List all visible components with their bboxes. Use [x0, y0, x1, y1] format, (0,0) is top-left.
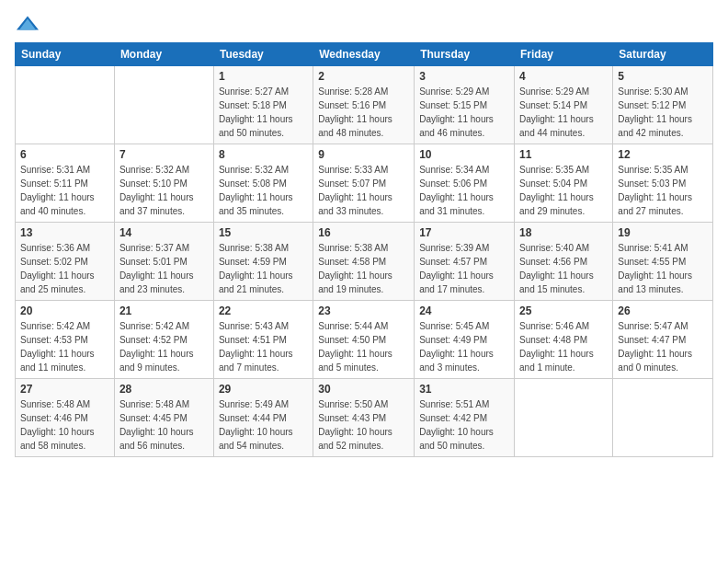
day-number: 20: [20, 304, 109, 317]
day-number: 2: [318, 70, 409, 83]
day-number: 5: [618, 70, 708, 83]
day-number: 28: [119, 383, 209, 396]
day-number: 4: [519, 70, 608, 83]
calendar-cell: 26Sunrise: 5:47 AM Sunset: 4:47 PM Dayli…: [613, 301, 713, 379]
calendar-cell: [515, 379, 613, 457]
day-details: Sunrise: 5:38 AM Sunset: 4:59 PM Dayligh…: [219, 241, 308, 296]
day-details: Sunrise: 5:36 AM Sunset: 5:02 PM Dayligh…: [20, 241, 109, 296]
calendar-cell: 21Sunrise: 5:42 AM Sunset: 4:52 PM Dayli…: [114, 301, 213, 379]
calendar-cell: 30Sunrise: 5:50 AM Sunset: 4:43 PM Dayli…: [313, 379, 415, 457]
day-details: Sunrise: 5:39 AM Sunset: 4:57 PM Dayligh…: [419, 241, 509, 296]
day-details: Sunrise: 5:41 AM Sunset: 4:55 PM Dayligh…: [618, 241, 708, 296]
calendar-week-3: 13Sunrise: 5:36 AM Sunset: 5:02 PM Dayli…: [16, 223, 713, 301]
calendar-cell: 25Sunrise: 5:46 AM Sunset: 4:48 PM Dayli…: [515, 301, 613, 379]
calendar-week-5: 27Sunrise: 5:48 AM Sunset: 4:46 PM Dayli…: [16, 379, 713, 457]
day-details: Sunrise: 5:31 AM Sunset: 5:11 PM Dayligh…: [20, 163, 109, 218]
calendar-cell: 22Sunrise: 5:43 AM Sunset: 4:51 PM Dayli…: [213, 301, 313, 379]
day-number: 6: [20, 148, 109, 161]
day-number: 24: [419, 304, 509, 317]
day-details: Sunrise: 5:33 AM Sunset: 5:07 PM Dayligh…: [318, 163, 409, 218]
calendar-cell: 9Sunrise: 5:33 AM Sunset: 5:07 PM Daylig…: [313, 144, 415, 223]
calendar-cell: 28Sunrise: 5:48 AM Sunset: 4:45 PM Dayli…: [114, 379, 213, 457]
day-details: Sunrise: 5:37 AM Sunset: 5:01 PM Dayligh…: [119, 241, 209, 296]
day-details: Sunrise: 5:34 AM Sunset: 5:06 PM Dayligh…: [419, 163, 509, 218]
calendar-cell: 2Sunrise: 5:28 AM Sunset: 5:16 PM Daylig…: [313, 66, 415, 144]
calendar-cell: 8Sunrise: 5:32 AM Sunset: 5:08 PM Daylig…: [213, 144, 313, 223]
day-number: 15: [219, 226, 308, 239]
day-number: 14: [119, 226, 209, 239]
day-details: Sunrise: 5:32 AM Sunset: 5:10 PM Dayligh…: [119, 163, 209, 218]
calendar-cell: 7Sunrise: 5:32 AM Sunset: 5:10 PM Daylig…: [114, 144, 213, 223]
day-number: 13: [20, 226, 109, 239]
day-details: Sunrise: 5:27 AM Sunset: 5:18 PM Dayligh…: [219, 85, 308, 140]
day-details: Sunrise: 5:38 AM Sunset: 4:58 PM Dayligh…: [318, 241, 409, 296]
calendar-cell: 5Sunrise: 5:30 AM Sunset: 5:12 PM Daylig…: [613, 66, 713, 144]
weekday-monday: Monday: [114, 43, 213, 66]
logo-icon: [15, 15, 40, 31]
weekday-header-row: SundayMondayTuesdayWednesdayThursdayFrid…: [16, 43, 713, 66]
day-number: 19: [618, 226, 708, 239]
day-number: 22: [219, 304, 308, 317]
day-details: Sunrise: 5:32 AM Sunset: 5:08 PM Dayligh…: [219, 163, 308, 218]
day-number: 12: [618, 148, 708, 161]
calendar-cell: 29Sunrise: 5:49 AM Sunset: 4:44 PM Dayli…: [213, 379, 313, 457]
day-number: 9: [318, 148, 409, 161]
calendar-cell: 14Sunrise: 5:37 AM Sunset: 5:01 PM Dayli…: [114, 223, 213, 301]
day-number: 1: [219, 70, 308, 83]
calendar-cell: 19Sunrise: 5:41 AM Sunset: 4:55 PM Dayli…: [613, 223, 713, 301]
calendar-cell: 16Sunrise: 5:38 AM Sunset: 4:58 PM Dayli…: [313, 223, 415, 301]
day-number: 23: [318, 304, 409, 317]
day-number: 18: [519, 226, 608, 239]
calendar-week-1: 1Sunrise: 5:27 AM Sunset: 5:18 PM Daylig…: [16, 66, 713, 144]
day-number: 7: [119, 148, 209, 161]
calendar-cell: 6Sunrise: 5:31 AM Sunset: 5:11 PM Daylig…: [16, 144, 115, 223]
day-details: Sunrise: 5:42 AM Sunset: 4:53 PM Dayligh…: [20, 319, 109, 374]
day-number: 11: [519, 148, 608, 161]
calendar-cell: 15Sunrise: 5:38 AM Sunset: 4:59 PM Dayli…: [213, 223, 313, 301]
day-number: 21: [119, 304, 209, 317]
day-number: 26: [618, 304, 708, 317]
day-details: Sunrise: 5:35 AM Sunset: 5:03 PM Dayligh…: [618, 163, 708, 218]
day-number: 29: [219, 383, 308, 396]
day-number: 27: [20, 383, 109, 396]
weekday-sunday: Sunday: [16, 43, 115, 66]
calendar-table: SundayMondayTuesdayWednesdayThursdayFrid…: [15, 42, 713, 457]
calendar-cell: 18Sunrise: 5:40 AM Sunset: 4:56 PM Dayli…: [515, 223, 613, 301]
weekday-friday: Friday: [515, 43, 613, 66]
day-number: 16: [318, 226, 409, 239]
calendar-cell: 24Sunrise: 5:45 AM Sunset: 4:49 PM Dayli…: [415, 301, 515, 379]
day-details: Sunrise: 5:45 AM Sunset: 4:49 PM Dayligh…: [419, 319, 509, 374]
calendar-cell: 10Sunrise: 5:34 AM Sunset: 5:06 PM Dayli…: [415, 144, 515, 223]
logo: [15, 15, 42, 31]
calendar-cell: 4Sunrise: 5:29 AM Sunset: 5:14 PM Daylig…: [515, 66, 613, 144]
calendar-cell: 13Sunrise: 5:36 AM Sunset: 5:02 PM Dayli…: [16, 223, 115, 301]
day-number: 3: [419, 70, 509, 83]
day-details: Sunrise: 5:30 AM Sunset: 5:12 PM Dayligh…: [618, 85, 708, 140]
day-details: Sunrise: 5:51 AM Sunset: 4:42 PM Dayligh…: [419, 397, 509, 453]
calendar-cell: 23Sunrise: 5:44 AM Sunset: 4:50 PM Dayli…: [313, 301, 415, 379]
day-details: Sunrise: 5:48 AM Sunset: 4:45 PM Dayligh…: [119, 397, 209, 453]
day-number: 31: [419, 383, 509, 396]
day-number: 17: [419, 226, 509, 239]
weekday-wednesday: Wednesday: [313, 43, 415, 66]
weekday-thursday: Thursday: [415, 43, 515, 66]
calendar-cell: 20Sunrise: 5:42 AM Sunset: 4:53 PM Dayli…: [16, 301, 115, 379]
day-details: Sunrise: 5:29 AM Sunset: 5:15 PM Dayligh…: [419, 85, 509, 140]
day-details: Sunrise: 5:35 AM Sunset: 5:04 PM Dayligh…: [519, 163, 608, 218]
day-details: Sunrise: 5:50 AM Sunset: 4:43 PM Dayligh…: [318, 397, 409, 453]
day-details: Sunrise: 5:28 AM Sunset: 5:16 PM Dayligh…: [318, 85, 409, 140]
day-details: Sunrise: 5:44 AM Sunset: 4:50 PM Dayligh…: [318, 319, 409, 374]
calendar-cell: 17Sunrise: 5:39 AM Sunset: 4:57 PM Dayli…: [415, 223, 515, 301]
calendar-cell: 12Sunrise: 5:35 AM Sunset: 5:03 PM Dayli…: [613, 144, 713, 223]
day-number: 8: [219, 148, 308, 161]
calendar-cell: 31Sunrise: 5:51 AM Sunset: 4:42 PM Dayli…: [415, 379, 515, 457]
day-details: Sunrise: 5:29 AM Sunset: 5:14 PM Dayligh…: [519, 85, 608, 140]
day-details: Sunrise: 5:42 AM Sunset: 4:52 PM Dayligh…: [119, 319, 209, 374]
day-details: Sunrise: 5:48 AM Sunset: 4:46 PM Dayligh…: [20, 397, 109, 453]
calendar-week-4: 20Sunrise: 5:42 AM Sunset: 4:53 PM Dayli…: [16, 301, 713, 379]
day-details: Sunrise: 5:40 AM Sunset: 4:56 PM Dayligh…: [519, 241, 608, 296]
weekday-tuesday: Tuesday: [213, 43, 313, 66]
calendar-week-2: 6Sunrise: 5:31 AM Sunset: 5:11 PM Daylig…: [16, 144, 713, 223]
calendar-cell: 27Sunrise: 5:48 AM Sunset: 4:46 PM Dayli…: [16, 379, 115, 457]
day-details: Sunrise: 5:43 AM Sunset: 4:51 PM Dayligh…: [219, 319, 308, 374]
